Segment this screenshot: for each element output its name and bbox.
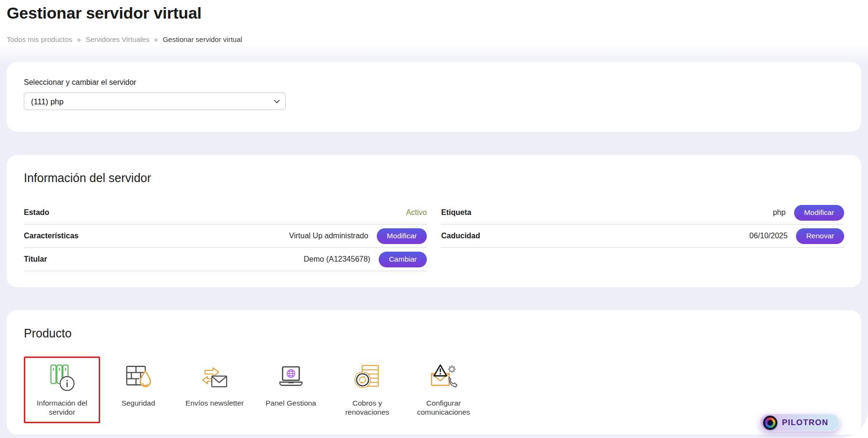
tile-label: Configurar comunicaciones xyxy=(408,399,479,417)
server-info-title: Información del servidor xyxy=(24,171,844,185)
row-etiqueta-value: php xyxy=(773,208,785,217)
firewall-icon xyxy=(124,362,153,394)
row-caracteristicas: Características Virtual Up administrado … xyxy=(24,224,427,248)
modify-label-button[interactable]: Modificar xyxy=(794,205,844,221)
breadcrumb: Todos mis productos » Servidores Virtual… xyxy=(7,35,861,43)
row-titular-value: Demo (A12345678) xyxy=(304,255,371,264)
tile-label: Envíos newsletter xyxy=(186,399,244,408)
row-titular-label: Titular xyxy=(24,255,47,264)
row-caducidad-value: 06/10/2025 xyxy=(749,232,787,240)
tile-newsletter[interactable]: Envíos newsletter xyxy=(176,357,253,422)
row-caracteristicas-value: Virtual Up administrado xyxy=(289,232,368,240)
row-titular: Titular Demo (A12345678) Cambiar xyxy=(24,248,427,271)
page-header: Gestionar servidor virtual Todos mis pro… xyxy=(0,0,868,44)
tile-server-info[interactable]: Información del servidor xyxy=(24,357,100,423)
communications-icon xyxy=(429,362,458,394)
modify-features-button[interactable]: Modificar xyxy=(377,228,427,244)
tile-communications[interactable]: Configurar comunicaciones xyxy=(405,357,482,423)
content-area: Seleccionar y cambiar el servidor (111) … xyxy=(0,44,868,438)
pilotron-badge[interactable]: PILOTRON xyxy=(760,414,839,431)
breadcrumb-separator: » xyxy=(154,36,158,43)
tile-label: Seguridad xyxy=(122,399,155,408)
renew-button[interactable]: Renovar xyxy=(796,228,844,244)
status-badge: Activo xyxy=(406,208,427,217)
row-caducidad: Caducidad 06/10/2025 Renovar xyxy=(441,224,844,248)
product-card: Producto Infor xyxy=(7,310,861,435)
pilotron-label: PILOTRON xyxy=(782,418,828,428)
breadcrumb-item-products[interactable]: Todos mis productos xyxy=(7,35,72,43)
pilotron-logo-icon xyxy=(763,416,777,430)
row-caducidad-label: Caducidad xyxy=(441,232,480,240)
billing-renewals-icon xyxy=(352,362,382,394)
server-select-label: Seleccionar y cambiar el servidor xyxy=(24,78,844,87)
breadcrumb-item-current: Gestionar servidor virtual xyxy=(163,35,242,43)
tile-label: Panel Gestiona xyxy=(266,399,316,408)
page-title: Gestionar servidor virtual xyxy=(7,2,861,23)
row-etiqueta: Etiqueta php Modificar xyxy=(441,201,844,224)
breadcrumb-item-virtual-servers[interactable]: Servidores Virtuales xyxy=(85,35,149,43)
change-owner-button[interactable]: Cambiar xyxy=(379,252,427,267)
product-tiles: Información del servidor Seguridad xyxy=(24,357,844,423)
server-info-right-column: Etiqueta php Modificar Caducidad 06/10/2… xyxy=(441,201,844,248)
tile-label: Información del servidor xyxy=(26,399,98,417)
tile-label: Cobros y renovaciones xyxy=(331,399,403,417)
server-info-grid: Estado Activo Características Virtual Up… xyxy=(24,201,844,271)
tile-gestiona-panel[interactable]: Panel Gestiona xyxy=(253,357,329,422)
server-info-icon xyxy=(47,362,77,394)
row-estado-label: Estado xyxy=(24,208,49,217)
server-selector-card: Seleccionar y cambiar el servidor (111) … xyxy=(7,62,861,132)
server-select[interactable]: (111) php xyxy=(24,92,286,110)
newsletter-icon xyxy=(200,362,229,394)
tile-security[interactable]: Seguridad xyxy=(100,357,176,422)
tile-billing-renewals[interactable]: Cobros y renovaciones xyxy=(329,357,405,423)
row-etiqueta-label: Etiqueta xyxy=(441,208,471,217)
product-title: Producto xyxy=(24,326,844,340)
row-estado: Estado Activo xyxy=(24,201,427,224)
server-select-wrap: (111) php xyxy=(24,92,286,110)
laptop-globe-icon xyxy=(276,362,306,394)
breadcrumb-separator: » xyxy=(77,36,81,43)
row-caracteristicas-label: Características xyxy=(24,232,79,240)
server-info-card: Información del servidor Estado Activo C… xyxy=(7,155,861,287)
server-info-left-column: Estado Activo Características Virtual Up… xyxy=(24,201,427,271)
